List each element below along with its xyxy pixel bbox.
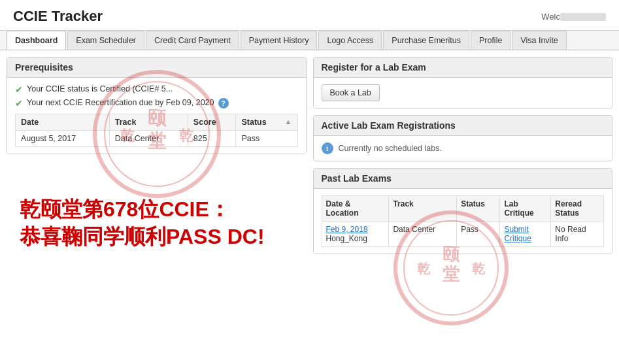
past-col-critique: LabCritique [500,196,551,222]
past-lab-row: Feb 9, 2018Hong_Kong Data Center Pass Su… [322,222,604,247]
past-labs-body: Date &Location Track Status LabCritique … [314,189,612,254]
app-title: CCIE Tracker [13,8,103,25]
past-col-date: Date &Location [322,196,389,222]
tab-dashboard[interactable]: Dashboard [7,31,66,50]
scroll-indicator: ▲ [285,118,292,125]
prerequisites-title: Prerequisites [7,58,306,78]
prereq-item-1: ✔ Your CCIE status is Certified (CCIE# 5… [15,84,298,95]
active-labs-title: Active Lab Exam Registrations [314,116,612,136]
past-col-reread: RereadStatus [551,196,604,222]
check-icon-2: ✔ [15,98,23,108]
book-lab-button[interactable]: Book a Lab [322,84,380,101]
cell-status: Pass [236,131,297,147]
past-cell-date: Feb 9, 2018Hong_Kong [322,222,389,247]
active-labs-section: Active Lab Exam Registrations i Currentl… [313,115,613,161]
cell-date: August 5, 2017 [16,131,110,147]
prerequisites-body: ✔ Your CCIE status is Certified (CCIE# 5… [7,78,306,154]
past-cell-reread: No ReadInfo [551,222,604,247]
prereq-text-1: Your CCIE status is Certified (CCIE# 5..… [27,84,173,93]
page-wrapper: CCIE Tracker Welc Dashboard Exam Schedul… [0,0,619,267]
date-link[interactable]: Feb 9, 2018 [326,225,368,234]
register-title: Register for a Lab Exam [314,58,612,78]
prerequisites-section: Prerequisites ✔ Your CCIE status is Cert… [7,57,307,154]
info-icon[interactable]: ? [218,98,229,108]
tab-exam-scheduler[interactable]: Exam Scheduler [67,31,144,50]
tab-credit-card-payment[interactable]: Credit Card Payment [146,31,239,50]
prereq-table: Date Track Score Status ▲ [15,114,298,147]
register-section: Register for a Lab Exam Book a Lab [313,57,613,108]
tab-bar: Dashboard Exam Scheduler Credit Card Pay… [0,31,619,50]
past-labs-table: Date &Location Track Status LabCritique … [322,195,605,247]
active-labs-body: i Currently no scheduled labs. [314,136,612,161]
main-content: Prerequisites ✔ Your CCIE status is Cert… [0,50,619,267]
left-panel: Prerequisites ✔ Your CCIE status is Cert… [7,57,307,261]
col-track: Track [109,114,188,131]
prereq-item-2: ✔ Your next CCIE Recertification due by … [15,98,298,108]
past-cell-track: Data Center [389,222,457,247]
past-labs-section: Past Lab Exams Date &Location Track Stat… [313,168,613,254]
past-col-track: Track [389,196,457,222]
col-date: Date [16,114,110,131]
past-cell-critique: SubmitCritique [500,222,551,247]
cell-score: 825 [188,131,236,147]
register-body: Book a Lab [314,78,612,108]
cell-track: Data Center [109,131,188,147]
prereq-text-2: Your next CCIE Recertification due by Fe… [27,98,214,107]
table-row: August 5, 2017 Data Center 825 Pass [16,131,298,147]
submit-critique-link[interactable]: SubmitCritique [504,225,531,243]
no-labs-alert: i Currently no scheduled labs. [322,142,605,154]
no-labs-text: Currently no scheduled labs. [339,144,442,153]
header: CCIE Tracker Welc [0,0,619,31]
tab-logo-access[interactable]: Logo Access [318,31,382,50]
past-col-status: Status [457,196,500,222]
col-status: Status ▲ [236,114,297,131]
right-panel: Register for a Lab Exam Book a Lab Activ… [313,57,613,261]
welcome-text: Welc [541,12,606,22]
tab-profile[interactable]: Profile [471,31,510,50]
info-circle-icon: i [322,142,333,154]
tab-purchase-emeritus[interactable]: Purchase Emeritus [383,31,469,50]
past-labs-title: Past Lab Exams [314,169,612,189]
tab-payment-history[interactable]: Payment History [241,31,318,50]
past-cell-status: Pass [457,222,500,247]
col-score: Score [188,114,236,131]
svg-text:堂: 堂 [443,265,460,284]
check-icon-1: ✔ [15,84,23,95]
tab-visa-invite[interactable]: Visa Invite [512,31,566,50]
